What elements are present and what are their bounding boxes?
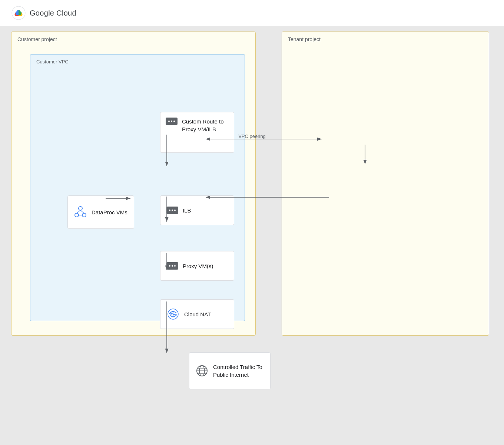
dataproc-text: DataProc VMs — [92, 208, 127, 216]
customer-project-box: Customer project Customer VPC Custom Rou… — [11, 32, 256, 336]
svg-line-5 — [80, 210, 84, 213]
proxy-box: Proxy VM(s) — [160, 251, 234, 281]
proxy-text: Proxy VM(s) — [183, 262, 213, 270]
dataproc-icon-svg — [74, 205, 87, 219]
internet-icon-svg — [195, 364, 209, 378]
svg-point-1 — [79, 207, 82, 210]
proxy-icon — [166, 262, 178, 270]
tenant-project-box: Tenant project Tenant VPC Imported Custo… — [282, 32, 489, 336]
svg-point-2 — [75, 213, 79, 217]
custom-route-box: Custom Route to Proxy VM/ILB — [160, 112, 234, 153]
vpc-peering-label: VPC peering — [233, 134, 271, 139]
cloudnat-icon-svg — [166, 307, 180, 321]
svg-line-4 — [77, 210, 80, 213]
custom-route-text: Custom Route to Proxy VM/ILB — [182, 118, 229, 133]
cloudnat-text: Cloud NAT — [184, 310, 211, 318]
ilb-box: ILB — [160, 195, 234, 225]
cloudnat-box: Cloud NAT — [160, 299, 234, 329]
customer-project-label: Customer project — [17, 36, 57, 42]
customer-vpc-box: Customer VPC Custom Route to Proxy VM/IL… — [30, 54, 245, 321]
custom-route-icon — [166, 118, 178, 125]
dataproc-box: DataProc VMs — [67, 195, 134, 229]
header: Google Cloud — [0, 0, 504, 26]
google-cloud-logo: Google Cloud — [11, 6, 76, 20]
gc-logo-icon — [11, 6, 26, 20]
ilb-text: ILB — [183, 207, 191, 214]
customer-vpc-label: Customer VPC — [36, 59, 69, 65]
internet-text: Controlled Traffic To Public Internet — [213, 363, 264, 379]
internet-box: Controlled Traffic To Public Internet — [189, 352, 271, 389]
logo-text: Google Cloud — [30, 9, 76, 17]
tenant-project-label: Tenant project — [288, 36, 321, 42]
ilb-icon — [166, 207, 178, 214]
diagram-area: Customer project Customer VPC Custom Rou… — [0, 26, 504, 445]
svg-point-3 — [82, 213, 86, 217]
